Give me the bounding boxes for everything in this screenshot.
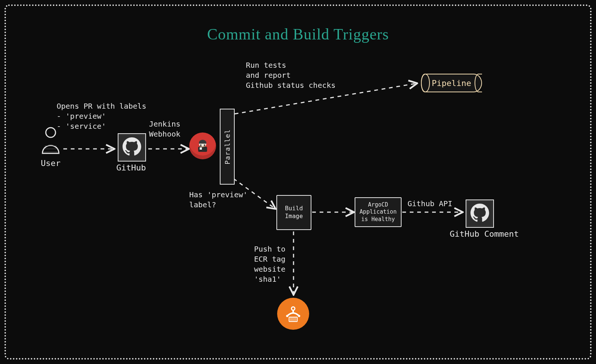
github-label: GitHub (101, 163, 161, 172)
svg-point-0 (46, 128, 56, 137)
build-image-node: BuildImage (276, 195, 311, 230)
svg-point-7 (286, 315, 288, 317)
ecr-icon (277, 298, 309, 330)
github-icon (123, 137, 141, 157)
jenkins-icon (189, 132, 216, 159)
svg-point-8 (298, 315, 300, 317)
svg-point-5 (292, 307, 294, 310)
pipeline-node: Pipeline (421, 74, 482, 92)
argocd-label: ArgoCDApplicationis Healthy (359, 201, 396, 223)
github-node (118, 133, 146, 162)
github-comment-label: GitHub Comment (447, 229, 522, 239)
user-label: User (21, 159, 80, 168)
edge-argocd-github: Github API (408, 199, 452, 209)
github-icon (470, 204, 489, 224)
edge-build-ecr: Push toECR tagwebsite'sha1' (254, 244, 285, 284)
svg-rect-3 (200, 147, 202, 150)
argocd-node: ArgoCDApplicationis Healthy (355, 197, 402, 227)
svg-rect-2 (198, 147, 207, 152)
parallel-node: Parallel (220, 109, 235, 185)
pipeline-label: Pipeline (432, 79, 471, 88)
build-image-label: BuildImage (285, 205, 303, 220)
diagram-title: Commit and Build Triggers (0, 25, 596, 43)
edge-to-pipeline: Run testsand reportGithub status checks (246, 60, 336, 90)
edge-github-jenkins: JenkinsWebhook (149, 119, 180, 139)
github-comment-node (466, 199, 494, 228)
edge-user-github: Opens PR with labels- 'preview'- 'servic… (57, 101, 146, 131)
parallel-label: Parallel (224, 129, 231, 165)
edge-to-build: Has 'preview'label? (189, 190, 248, 210)
